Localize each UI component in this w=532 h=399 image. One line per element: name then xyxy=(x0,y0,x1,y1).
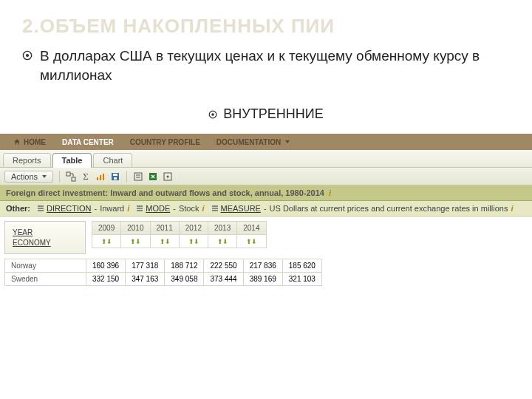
filter-measure[interactable]: MEASURE - US Dollars at current prices a… xyxy=(212,204,514,213)
svg-rect-5 xyxy=(72,177,75,181)
separator xyxy=(126,171,127,183)
filter-other-label: Other: xyxy=(6,204,30,213)
export-sdmx-icon[interactable] xyxy=(163,171,173,182)
transpose-icon[interactable] xyxy=(66,171,76,182)
dimension-box: YEAR ECONOMY xyxy=(4,221,86,254)
info-icon[interactable]: i xyxy=(511,204,513,213)
data-cell: 177 318 xyxy=(126,259,165,273)
economy-label: Sweden xyxy=(5,273,86,286)
table-row: Sweden 332 150 347 163 349 058 373 444 3… xyxy=(5,273,322,286)
filter-mode-value: Stock xyxy=(179,204,200,213)
filter-measure-value: US Dollars at current prices and current… xyxy=(270,204,508,213)
filter-direction[interactable]: DIRECTION - Inward i xyxy=(38,204,129,213)
tab-table[interactable]: Table xyxy=(52,153,92,168)
sigma-icon[interactable]: Σ xyxy=(81,171,91,182)
filter-mode-name[interactable]: MODE xyxy=(146,204,170,213)
table-row: Norway 160 396 177 318 188 712 222 550 2… xyxy=(5,259,322,273)
data-cell: 389 169 xyxy=(243,273,282,286)
filter-direction-name[interactable]: DIRECTION xyxy=(47,204,92,213)
drag-handle-icon[interactable] xyxy=(212,205,218,211)
filter-direction-value: Inward xyxy=(100,204,124,213)
filter-mode[interactable]: MODE - Stock i xyxy=(137,204,204,213)
save-icon[interactable] xyxy=(110,171,120,182)
nav-data-center[interactable]: DATA CENTER xyxy=(55,136,121,149)
svg-rect-10 xyxy=(113,174,117,176)
tab-chart[interactable]: Chart xyxy=(93,153,132,167)
data-cell: 188 712 xyxy=(165,259,204,273)
separator xyxy=(59,171,60,183)
actions-label: Actions xyxy=(11,172,38,181)
nav-bar: HOME DATA CENTER COUNTRY PROFILE DOCUMEN… xyxy=(0,134,532,150)
svg-rect-8 xyxy=(103,174,104,180)
table-sort-row: ⬆⬇ ⬆⬇ ⬆⬇ ⬆⬇ ⬆⬇ ⬆⬇ xyxy=(92,235,267,248)
data-area: YEAR ECONOMY 2009 2010 2011 2012 2013 20… xyxy=(0,216,532,259)
svg-rect-7 xyxy=(100,175,101,180)
nav-documentation[interactable]: DOCUMENTATION xyxy=(209,136,297,149)
svg-point-1 xyxy=(26,54,29,57)
year-header[interactable]: 2009 xyxy=(92,222,121,235)
actions-button[interactable]: Actions xyxy=(4,171,53,183)
year-header[interactable]: 2012 xyxy=(179,222,208,235)
svg-point-15 xyxy=(167,175,169,177)
data-cell: 217 836 xyxy=(243,259,282,273)
sort-arrows-icon[interactable]: ⬆⬇ xyxy=(101,238,112,245)
filter-measure-name[interactable]: MEASURE xyxy=(221,204,261,213)
economy-label: Norway xyxy=(5,259,86,273)
chevron-down-icon xyxy=(42,175,47,178)
bullet-row: В долларах США в текущих ценах и к текущ… xyxy=(22,47,510,84)
sort-arrows-icon[interactable]: ⬆⬇ xyxy=(130,238,140,245)
data-cell: 222 550 xyxy=(204,259,243,273)
export-excel-icon[interactable] xyxy=(148,171,158,182)
chart-icon[interactable] xyxy=(95,171,106,182)
dim-economy-link[interactable]: ECONOMY xyxy=(13,239,78,247)
svg-rect-4 xyxy=(66,172,70,176)
filter-bar: Other: DIRECTION - Inward i MODE - Stock… xyxy=(0,201,532,216)
bullet-text: В долларах США в текущих ценах и к текущ… xyxy=(40,47,510,84)
svg-point-3 xyxy=(211,113,214,116)
data-cell: 185 620 xyxy=(282,259,321,273)
data-cell: 349 058 xyxy=(165,273,204,286)
drag-handle-icon[interactable] xyxy=(38,205,44,211)
export-csv-icon[interactable] xyxy=(133,171,143,182)
sub-bullet-text: ВНУТРЕНННИЕ xyxy=(223,106,323,122)
sort-arrows-icon[interactable]: ⬆⬇ xyxy=(217,238,228,245)
dataset-title: Foreign direct investment: Inward and ou… xyxy=(6,188,324,197)
sort-arrows-icon[interactable]: ⬆⬇ xyxy=(160,238,170,245)
year-header[interactable]: 2014 xyxy=(237,222,266,235)
sort-arrows-icon[interactable]: ⬆⬇ xyxy=(246,238,256,245)
data-cell: 347 163 xyxy=(126,273,165,286)
dataset-title-bar: Foreign direct investment: Inward and ou… xyxy=(0,185,532,201)
year-header[interactable]: 2013 xyxy=(208,222,237,235)
nav-country-profile[interactable]: COUNTRY PROFILE xyxy=(123,136,208,149)
sub-bullet-row: ВНУТРЕНННИЕ xyxy=(22,106,510,122)
svg-rect-12 xyxy=(134,173,142,180)
data-values-table: Norway 160 396 177 318 188 712 222 550 2… xyxy=(4,259,322,286)
drag-handle-icon[interactable] xyxy=(137,205,143,211)
home-icon xyxy=(13,138,21,146)
info-icon[interactable]: i xyxy=(202,204,204,213)
year-header[interactable]: 2011 xyxy=(150,222,179,235)
info-icon[interactable]: i xyxy=(127,204,129,213)
toolbar: Actions Σ xyxy=(0,168,532,185)
sort-arrows-icon[interactable]: ⬆⬇ xyxy=(188,238,199,245)
slide-title: 2.ОБЪЕМ НАКОПЛЕННЫХ ПИИ xyxy=(22,15,510,38)
data-cell: 160 396 xyxy=(86,259,126,273)
info-icon[interactable]: i xyxy=(329,188,331,197)
data-cell: 321 103 xyxy=(282,273,321,286)
bullet-icon xyxy=(22,50,33,61)
table-header-row: 2009 2010 2011 2012 2013 2014 xyxy=(92,222,267,235)
nav-home[interactable]: HOME xyxy=(6,136,53,149)
svg-rect-6 xyxy=(97,177,98,180)
svg-rect-11 xyxy=(114,177,117,180)
data-cell: 373 444 xyxy=(204,273,243,286)
chevron-down-icon xyxy=(285,140,290,143)
data-table: 2009 2010 2011 2012 2013 2014 ⬆⬇ ⬆⬇ ⬆⬇ ⬆… xyxy=(92,221,267,248)
nav-home-label: HOME xyxy=(24,138,46,146)
bullet-icon xyxy=(208,110,217,119)
dim-year-link[interactable]: YEAR xyxy=(13,228,78,236)
tab-reports[interactable]: Reports xyxy=(3,153,51,167)
data-cell: 332 150 xyxy=(86,273,126,286)
year-header[interactable]: 2010 xyxy=(121,222,150,235)
tab-strip: Reports Table Chart xyxy=(0,150,532,168)
